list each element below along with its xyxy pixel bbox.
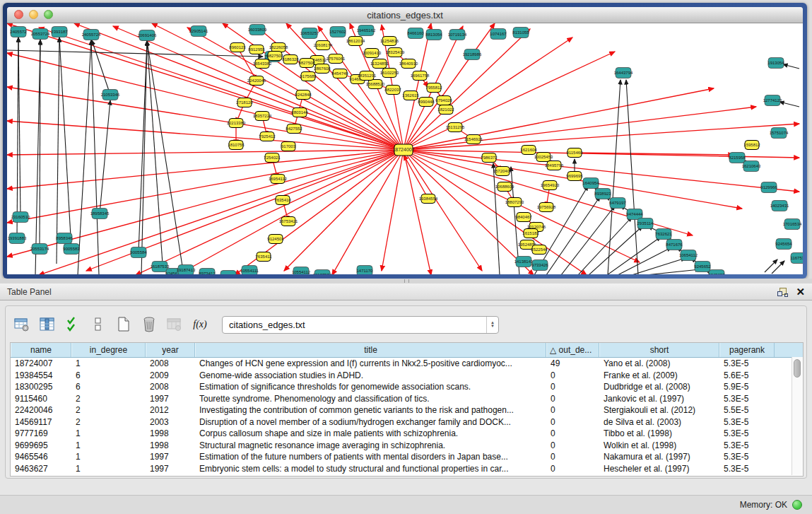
graph-node-label: 18357224 xyxy=(253,114,272,118)
graph-node-label: 1810755 xyxy=(228,143,245,147)
checkboxes-icon[interactable] xyxy=(88,315,109,334)
app-root: { "window": { "title": "citations_edges.… xyxy=(0,0,812,514)
table-cell: Changes of HCN gene expression and I(f) … xyxy=(195,358,546,370)
scrollbar-thumb[interactable] xyxy=(794,359,801,378)
table-header-row: namein_degreeyeartitle△ out_de...shortpa… xyxy=(11,343,803,358)
table-settings-icon[interactable] xyxy=(11,315,33,334)
table-cell: 2009 xyxy=(146,370,195,382)
graph-node-label: 22608174 xyxy=(314,43,333,47)
graph-node-label: 8958346 xyxy=(56,236,73,240)
graph-edge xyxy=(7,23,404,150)
graph-node-label: 11254816 xyxy=(380,39,399,43)
table-cell: 0 xyxy=(546,393,599,405)
table-cell: 1 xyxy=(71,440,146,452)
graph-node-label: 9175685 xyxy=(300,74,317,78)
graph-node-label: 20091413 xyxy=(363,51,382,55)
graph-node-label: 9124501 xyxy=(267,237,284,241)
memory-status-icon[interactable] xyxy=(792,500,802,510)
show-columns-icon[interactable] xyxy=(37,315,58,334)
column-header-title[interactable]: title xyxy=(195,343,546,357)
function-builder-icon[interactable]: f(x) xyxy=(189,315,211,334)
graph-node-label: 15688520 xyxy=(366,82,385,86)
table-cell: de Silva et al. (2003) xyxy=(599,416,719,428)
table-cell: 0 xyxy=(546,440,599,452)
graph-node-label: 21053346 xyxy=(101,93,120,97)
graph-node-label: 2522544 xyxy=(531,247,548,252)
panel-divider[interactable] xyxy=(0,279,812,284)
new-table-icon[interactable] xyxy=(113,315,134,334)
graph-node-label: 6479197 xyxy=(609,201,626,205)
table-row[interactable]: 977716911998Corpus callosum shape and si… xyxy=(11,428,803,440)
graph-edge xyxy=(404,150,431,274)
citation-network-graph[interactable]: 2405572205537242393187240557242069140622… xyxy=(7,23,803,274)
graph-edge xyxy=(147,41,184,274)
column-header-name[interactable]: name xyxy=(11,343,71,357)
graph-node-label: 8454749 xyxy=(331,71,348,76)
table-cell: 9463627 xyxy=(11,463,71,475)
graph-node-label: 9733426 xyxy=(531,263,548,267)
zoom-window-button[interactable] xyxy=(44,10,53,19)
graph-edge xyxy=(57,37,59,264)
column-header-short[interactable]: short xyxy=(599,343,719,357)
table-row[interactable]: 1872400712008Changes of HCN gene express… xyxy=(11,358,803,370)
graph-node-label: 10554111 xyxy=(240,269,259,273)
table-row[interactable]: 969969511998Structural magnetic resonanc… xyxy=(11,440,803,452)
graph-node-label: 15720407 xyxy=(493,169,512,173)
table-cell: 2012 xyxy=(146,404,195,416)
graph-node-label: 10719134 xyxy=(448,33,467,37)
close-panel-icon[interactable]: ✕ xyxy=(796,287,805,297)
column-header-indegree[interactable]: in_degree xyxy=(71,343,146,357)
table-cell: 1 xyxy=(71,428,146,440)
graph-node-label: 19654923 xyxy=(541,183,560,187)
graph-node-label: 19465162 xyxy=(357,28,376,33)
table-cell: 1 xyxy=(71,358,146,370)
graph-node-label: 1913054 xyxy=(767,61,784,65)
select-all-icon[interactable] xyxy=(62,315,83,334)
graph-node-label: 16543382 xyxy=(253,62,272,66)
table-row[interactable]: 2242004622012Investigating the contribut… xyxy=(11,404,803,416)
close-window-button[interactable] xyxy=(14,10,23,19)
table-cell: 1998 xyxy=(146,428,195,440)
delete-table-icon[interactable] xyxy=(139,315,160,334)
table-vertical-scrollbar[interactable] xyxy=(792,357,803,475)
table-cell: Tibbo et al. (1998) xyxy=(599,428,719,440)
graph-edge xyxy=(404,29,530,150)
minimize-window-button[interactable] xyxy=(29,10,38,19)
table-row[interactable]: 946362711997Embryonic stem cells: a mode… xyxy=(11,463,803,475)
graph-node-label: 7925412 xyxy=(259,134,276,139)
graph-node-label: 1621604 xyxy=(520,148,537,152)
table-row[interactable]: 1938455462009Genome-wide association stu… xyxy=(11,370,803,382)
table-cell: 6 xyxy=(71,370,146,382)
graph-node-label: 16753421 xyxy=(279,219,298,223)
graph-node-label: 24055724 xyxy=(82,33,101,37)
graph-node-label: 9245653 xyxy=(708,273,725,274)
column-header-outde[interactable]: △ out_de... xyxy=(546,343,599,357)
float-panel-icon[interactable] xyxy=(777,288,787,296)
table-row[interactable]: 946554611997Estimation of the future num… xyxy=(11,451,803,463)
table-select-dropdown[interactable]: citations_edges.txt ▲▼ xyxy=(222,316,499,334)
network-canvas[interactable]: 2405572205537242393187240557242069140622… xyxy=(7,23,803,274)
graph-edge xyxy=(7,150,404,155)
graph-node-label: 15751074 xyxy=(770,131,789,135)
column-header-pagerank[interactable]: pagerank xyxy=(719,343,775,357)
graph-node-label: 917003 xyxy=(281,144,296,148)
graph-edge xyxy=(578,217,632,274)
table-cell: 1997 xyxy=(146,393,195,405)
column-header-year[interactable]: year xyxy=(146,343,195,357)
table-cell: Investigating the contribution of common… xyxy=(195,404,546,416)
table-panel-header: Table Panel ✕ xyxy=(0,284,812,300)
table-row[interactable]: 911546021997Tourette syndrome. Phenomeno… xyxy=(11,393,803,405)
table-row[interactable]: 1830029562008Estimation of significance … xyxy=(11,381,803,393)
graph-node-label: 8960123 xyxy=(229,45,246,49)
graph-node-label: 1074167 xyxy=(490,32,507,36)
import-table-icon[interactable] xyxy=(164,315,185,334)
table-cell: 0 xyxy=(546,370,599,382)
graph-node-label: 2803144 xyxy=(291,110,308,115)
node-table[interactable]: namein_degreeyeartitle△ out_de...shortpa… xyxy=(10,342,804,477)
table-row[interactable]: 1456911722003Disruption of a novel membe… xyxy=(11,416,803,428)
graph-node-label: 11324851 xyxy=(370,62,389,66)
window-titlebar[interactable]: citations_edges.txt xyxy=(7,7,803,23)
graph-node-label: 18807293 xyxy=(505,200,524,204)
table-cell: Tourette syndrome. Phenomenology and cla… xyxy=(195,393,546,405)
graph-edge xyxy=(589,226,642,274)
